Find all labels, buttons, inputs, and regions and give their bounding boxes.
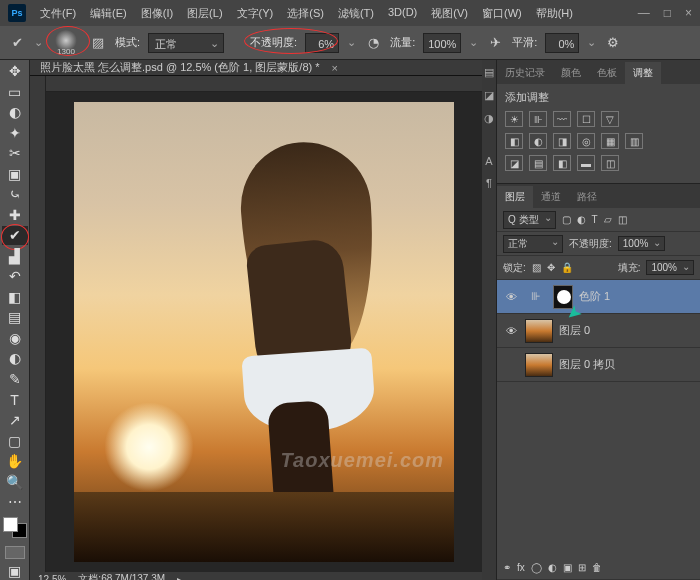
- tab-adjustments[interactable]: 调整: [625, 62, 661, 84]
- visibility-icon[interactable]: 👁: [503, 291, 519, 303]
- tool-eyedropper[interactable]: ⤿: [2, 185, 28, 204]
- opacity-chevron-icon[interactable]: ⌄: [347, 36, 356, 49]
- adj-mixer-icon[interactable]: ▦: [601, 133, 619, 149]
- menu-3d[interactable]: 3D(D): [384, 4, 421, 23]
- new-group-icon[interactable]: ▣: [563, 562, 572, 573]
- close-button[interactable]: ×: [685, 6, 692, 20]
- tool-history-brush[interactable]: ↶: [2, 267, 28, 286]
- pressure-opacity-icon[interactable]: ◔: [364, 34, 382, 52]
- adj-levels-icon[interactable]: ⊪: [529, 111, 547, 127]
- tool-brush[interactable]: ✔: [2, 226, 28, 245]
- quick-mask-icon[interactable]: [5, 546, 25, 560]
- layer-row-levels[interactable]: 👁 ⊪ 色阶 1 ➤: [497, 280, 700, 314]
- smoothing-gear-icon[interactable]: ⚙: [604, 34, 622, 52]
- adj-exposure-icon[interactable]: ☐: [577, 111, 595, 127]
- tab-channels[interactable]: 通道: [533, 186, 569, 208]
- tool-zoom[interactable]: 🔍: [2, 472, 28, 491]
- tool-more[interactable]: ⋯: [2, 493, 28, 512]
- tool-dodge[interactable]: ◐: [2, 349, 28, 368]
- tool-frame[interactable]: ▣: [2, 165, 28, 184]
- adj-posterize-icon[interactable]: ▤: [529, 155, 547, 171]
- adj-gradient-map-icon[interactable]: ▬: [577, 155, 595, 171]
- brush-panel-icon[interactable]: ▨: [89, 34, 107, 52]
- screen-mode-icon[interactable]: ▣: [2, 561, 28, 580]
- filter-img-icon[interactable]: ▢: [562, 214, 571, 225]
- tab-history[interactable]: 历史记录: [497, 62, 553, 84]
- maximize-button[interactable]: □: [664, 6, 671, 20]
- tab-swatches[interactable]: 色板: [589, 62, 625, 84]
- menu-image[interactable]: 图像(I): [137, 4, 177, 23]
- brush-preview[interactable]: 1300: [51, 30, 81, 56]
- tab-color[interactable]: 颜色: [553, 62, 589, 84]
- filter-type-icon[interactable]: T: [592, 214, 598, 225]
- tool-stamp[interactable]: ▟: [2, 247, 28, 266]
- panel-icon-4[interactable]: A: [485, 155, 492, 167]
- lock-all-icon[interactable]: 🔒: [561, 262, 573, 273]
- layer-blend-dropdown[interactable]: 正常: [503, 235, 563, 253]
- new-layer-icon[interactable]: ⊞: [578, 562, 586, 573]
- menu-edit[interactable]: 编辑(E): [86, 4, 131, 23]
- mask-icon[interactable]: ◯: [531, 562, 542, 573]
- status-chevron-icon[interactable]: ▸: [177, 574, 182, 581]
- menu-file[interactable]: 文件(F): [36, 4, 80, 23]
- canvas[interactable]: Taoxuemei.com: [46, 92, 482, 572]
- tool-type[interactable]: T: [2, 390, 28, 409]
- menu-window[interactable]: 窗口(W): [478, 4, 526, 23]
- tool-shape[interactable]: ▢: [2, 431, 28, 450]
- tool-gradient[interactable]: ▤: [2, 308, 28, 327]
- document-tab[interactable]: 照片脸太黑 怎么调整.psd @ 12.5% (色阶 1, 图层蒙版/8) * …: [30, 60, 482, 76]
- layer-name[interactable]: 图层 0 拷贝: [559, 357, 615, 372]
- smoothing-chevron-icon[interactable]: ⌄: [587, 36, 596, 49]
- adj-invert-icon[interactable]: ◪: [505, 155, 523, 171]
- tool-preset-icon[interactable]: ✔: [8, 34, 26, 52]
- adj-hue-icon[interactable]: ◧: [505, 133, 523, 149]
- tool-heal[interactable]: ✚: [2, 206, 28, 225]
- tool-eraser[interactable]: ◧: [2, 288, 28, 307]
- trash-icon[interactable]: 🗑: [592, 562, 602, 573]
- link-layers-icon[interactable]: ⚭: [503, 562, 511, 573]
- new-adj-icon[interactable]: ◐: [548, 562, 557, 573]
- adj-photo-filter-icon[interactable]: ◎: [577, 133, 595, 149]
- menu-help[interactable]: 帮助(H): [532, 4, 577, 23]
- panel-icon-1[interactable]: ▤: [484, 66, 494, 79]
- adj-lookup-icon[interactable]: ▥: [625, 133, 643, 149]
- tool-move[interactable]: ✥: [2, 62, 28, 81]
- smoothing-value[interactable]: 0%: [545, 33, 579, 53]
- menu-layer[interactable]: 图层(L): [183, 4, 226, 23]
- fill-value[interactable]: 100%: [646, 260, 694, 275]
- layer-filter-dropdown[interactable]: Q 类型: [503, 211, 556, 229]
- adj-selective-icon[interactable]: ◫: [601, 155, 619, 171]
- lock-pixels-icon[interactable]: ▨: [532, 262, 541, 273]
- adj-vibrance-icon[interactable]: ▽: [601, 111, 619, 127]
- tab-paths[interactable]: 路径: [569, 186, 605, 208]
- menu-type[interactable]: 文字(Y): [233, 4, 278, 23]
- adj-brightness-icon[interactable]: ☀: [505, 111, 523, 127]
- tab-layers[interactable]: 图层: [497, 186, 533, 208]
- adj-bw-icon[interactable]: ◨: [553, 133, 571, 149]
- layer-opacity-value[interactable]: 100%: [618, 236, 666, 251]
- minimize-button[interactable]: —: [638, 6, 650, 20]
- fx-icon[interactable]: fx: [517, 562, 525, 573]
- panel-icon-5[interactable]: ¶: [486, 177, 492, 189]
- layer-mask-thumb[interactable]: [553, 285, 573, 309]
- brush-chevron-icon[interactable]: ⌄: [34, 36, 43, 49]
- zoom-level[interactable]: 12.5%: [38, 574, 66, 581]
- adj-curves-icon[interactable]: 〰: [553, 111, 571, 127]
- panel-icon-3[interactable]: ◑: [484, 112, 494, 125]
- tool-pen[interactable]: ✎: [2, 370, 28, 389]
- tool-wand[interactable]: ✦: [2, 124, 28, 143]
- panel-icon-2[interactable]: ◪: [484, 89, 494, 102]
- menu-view[interactable]: 视图(V): [427, 4, 472, 23]
- airbrush-icon[interactable]: ✈: [486, 34, 504, 52]
- filter-adj-icon[interactable]: ◐: [577, 214, 586, 225]
- layer-row-copy[interactable]: 图层 0 拷贝: [497, 348, 700, 382]
- blend-mode-dropdown[interactable]: 正常: [148, 33, 224, 53]
- menu-select[interactable]: 选择(S): [283, 4, 328, 23]
- layer-name[interactable]: 色阶 1: [579, 289, 610, 304]
- close-tab-icon[interactable]: ×: [332, 62, 338, 74]
- filter-shape-icon[interactable]: ▱: [604, 214, 612, 225]
- flow-chevron-icon[interactable]: ⌄: [469, 36, 478, 49]
- menu-filter[interactable]: 滤镜(T): [334, 4, 378, 23]
- layer-name[interactable]: 图层 0: [559, 323, 590, 338]
- flow-value[interactable]: 100%: [423, 33, 461, 53]
